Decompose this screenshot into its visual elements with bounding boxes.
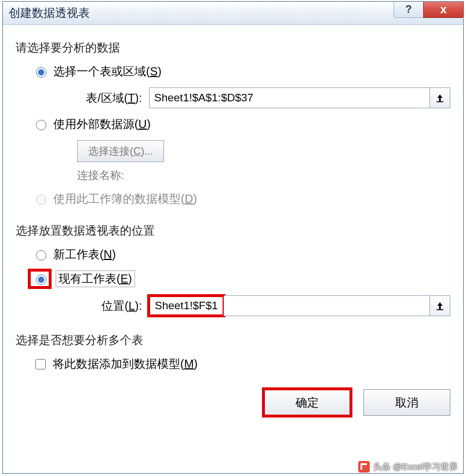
connection-name-label: 连接名称: bbox=[77, 168, 450, 183]
checkbox-add-to-data-model-label: 将此数据添加到数据模型(M) bbox=[53, 356, 198, 372]
radio-select-table-range-input[interactable] bbox=[36, 67, 46, 78]
location-field: 位置(L): Sheet1!$F$1 bbox=[68, 295, 450, 316]
radio-new-worksheet[interactable]: 新工作表(N) bbox=[33, 247, 450, 262]
collapse-dialog-button-location[interactable] bbox=[429, 295, 450, 316]
radio-data-model-label: 使用此工作簿的数据模型(D) bbox=[53, 191, 197, 207]
section-multiple-tables-title: 选择是否想要分析多个表 bbox=[16, 332, 450, 348]
radio-existing-worksheet-input[interactable] bbox=[36, 274, 46, 285]
choose-connection-button: 选择连接(C)... bbox=[77, 140, 164, 162]
highlight-location-value: Sheet1!$F$1 bbox=[149, 296, 224, 316]
section-placement-title: 选择放置数据透视表的位置 bbox=[16, 223, 450, 239]
dialog-content: 请选择要分析的数据 选择一个表或区域(S) 表/区域(T): 使用外部数据源(U… bbox=[3, 25, 463, 426]
radio-data-model: 使用此工作簿的数据模型(D) bbox=[33, 191, 450, 207]
collapse-dialog-button[interactable] bbox=[429, 87, 450, 108]
highlight-existing-worksheet bbox=[30, 270, 50, 287]
location-input[interactable] bbox=[224, 295, 430, 316]
choose-connection-row: 选择连接(C)... bbox=[77, 140, 450, 162]
svg-rect-0 bbox=[436, 101, 443, 102]
radio-new-worksheet-input[interactable] bbox=[36, 250, 46, 261]
table-range-input[interactable] bbox=[149, 87, 430, 108]
checkbox-add-to-data-model[interactable]: 将此数据添加到数据模型(M) bbox=[33, 356, 450, 372]
radio-existing-worksheet-label[interactable]: 现有工作表(E) bbox=[56, 270, 135, 287]
radio-new-worksheet-label: 新工作表(N) bbox=[53, 247, 116, 262]
cancel-button[interactable]: 取消 bbox=[363, 389, 450, 416]
radio-existing-worksheet-row: 现有工作表(E) bbox=[30, 270, 450, 287]
radio-external-data-label: 使用外部数据源(U) bbox=[53, 116, 151, 132]
highlight-ok-button: 确定 bbox=[264, 389, 351, 416]
button-bar: 确定 取消 bbox=[16, 389, 450, 416]
radio-data-model-input bbox=[36, 195, 46, 205]
range-select-icon bbox=[435, 301, 445, 311]
radio-external-data-input[interactable] bbox=[36, 120, 46, 130]
dialog-title: 创建数据透视表 bbox=[9, 5, 90, 21]
ok-button[interactable]: 确定 bbox=[264, 389, 351, 416]
table-range-label: 表/区域(T): bbox=[68, 90, 149, 106]
svg-rect-1 bbox=[436, 309, 443, 310]
checkbox-add-to-data-model-input[interactable] bbox=[35, 359, 46, 369]
titlebar-buttons: ? x bbox=[394, 2, 463, 19]
titlebar: 创建数据透视表 ? x bbox=[3, 2, 463, 25]
radio-select-table-range-label: 选择一个表或区域(S) bbox=[53, 64, 162, 79]
dialog-window: 创建数据透视表 ? x 请选择要分析的数据 选择一个表或区域(S) 表/区域(T… bbox=[2, 1, 464, 474]
section-select-data-title: 请选择要分析的数据 bbox=[16, 40, 450, 56]
help-button[interactable]: ? bbox=[394, 2, 424, 18]
radio-external-data[interactable]: 使用外部数据源(U) bbox=[33, 116, 450, 132]
table-range-field: 表/区域(T): bbox=[68, 87, 450, 108]
radio-select-table-range[interactable]: 选择一个表或区域(S) bbox=[33, 64, 450, 79]
location-label: 位置(L): bbox=[68, 298, 149, 314]
close-button[interactable]: x bbox=[423, 2, 464, 18]
location-value-display: Sheet1!$F$1 bbox=[149, 296, 224, 316]
range-select-icon bbox=[435, 93, 445, 103]
